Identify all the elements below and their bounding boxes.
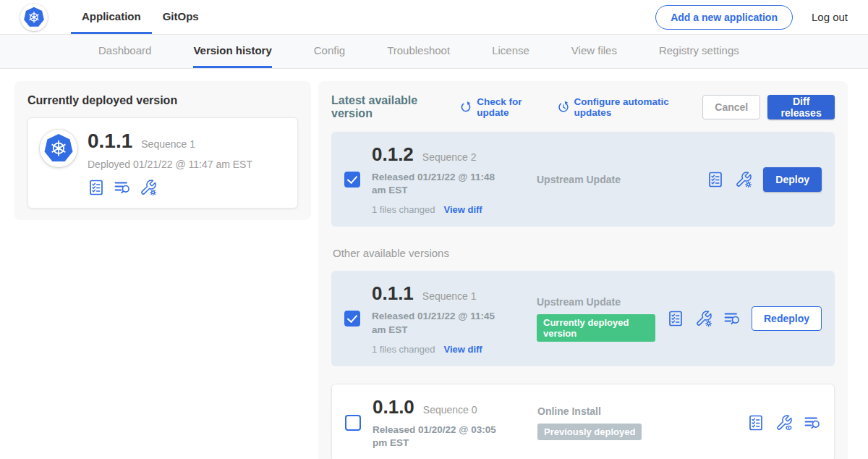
top-nav: Application GitOps Add a new application… [0,0,868,35]
version-number: 0.1.1 [372,282,414,305]
deployed-timestamp: Deployed 01/21/22 @ 11:47 am EST [88,159,252,170]
edit-config-icon[interactable] [140,179,157,196]
check-for-update-label: Check for update [477,96,545,118]
version-row-0-1-1: 0.1.1 Sequence 1 Released 01/21/22 @ 11:… [331,271,835,366]
release-notes-icon[interactable] [707,171,724,188]
sequence-label: Sequence 0 [423,404,477,416]
released-timestamp: Released 01/21/22 @ 11:48 am EST [372,171,511,197]
other-available-versions-title: Other available versions [333,247,835,259]
check-for-update-link[interactable]: Check for update [459,96,545,118]
kubernetes-logo [20,4,48,31]
version-checkbox[interactable] [345,415,361,431]
previously-deployed-badge: Previously deployed [537,424,642,440]
app-kubernetes-logo [40,130,77,167]
main-content: Currently deployed version 0.1.1 [0,69,868,459]
released-timestamp: Released 01/20/22 @ 03:05 pm EST [373,424,511,450]
currently-deployed-badge: Currently deployed version [537,314,655,342]
available-versions-panel: Latest available version Check for updat… [318,81,848,459]
diff-releases-button[interactable]: Diff releases [767,95,835,119]
version-checkbox[interactable] [344,172,360,188]
version-number: 0.1.0 [373,396,414,418]
view-diff-link[interactable]: View diff [443,344,482,355]
app-sub-nav: Dashboard Version history Config Trouble… [0,35,868,69]
deploy-logs-icon[interactable] [723,310,741,327]
latest-available-title: Latest available version [331,94,446,120]
subnav-version-history[interactable]: Version history [193,35,271,68]
version-source: Upstream Update [537,296,655,308]
version-checkbox[interactable] [344,311,360,327]
version-source: Online Install [537,405,736,417]
files-changed-label: 1 files changed [372,344,435,355]
deployed-version-number: 0.1.1 [88,130,132,153]
version-row-0-1-0: 0.1.0 Sequence 0 Released 01/20/22 @ 03:… [331,384,835,459]
configure-automatic-updates-label: Configure automatic updates [574,96,692,118]
subnav-config[interactable]: Config [314,35,345,68]
edit-config-icon[interactable] [695,310,712,327]
deployed-panel-title: Currently deployed version [27,94,298,107]
released-timestamp: Released 01/21/22 @ 11:45 am EST [372,310,511,336]
currently-deployed-panel: Currently deployed version 0.1.1 [14,81,311,220]
sequence-label: Sequence 2 [422,151,477,163]
deployed-sequence-label: Sequence 1 [141,138,195,150]
deploy-logs-icon[interactable] [804,414,821,431]
files-changed-label: 1 files changed [372,204,435,215]
deploy-logs-icon[interactable] [114,179,131,196]
subnav-dashboard[interactable]: Dashboard [98,35,151,68]
cancel-button[interactable]: Cancel [702,95,760,119]
view-config-icon[interactable] [775,414,793,431]
subnav-license[interactable]: License [492,35,529,68]
logout-link[interactable]: Log out [812,11,848,23]
deployed-version-card: 0.1.1 Sequence 1 Deployed 01/21/22 @ 11:… [27,117,298,209]
tab-application[interactable]: Application [71,0,152,34]
subnav-registry-settings[interactable]: Registry settings [659,35,739,68]
auto-update-icon [557,101,570,114]
version-row-0-1-2: 0.1.2 Sequence 2 Released 01/21/22 @ 11:… [331,132,835,227]
deploy-button[interactable]: Deploy [763,167,822,192]
subnav-view-files[interactable]: View files [571,35,617,68]
tab-gitops[interactable]: GitOps [152,0,210,34]
edit-config-icon[interactable] [735,171,752,188]
release-notes-icon[interactable] [88,179,105,196]
release-notes-icon[interactable] [747,414,765,431]
version-number: 0.1.2 [372,143,414,166]
configure-automatic-updates-link[interactable]: Configure automatic updates [557,96,692,118]
view-diff-link[interactable]: View diff [443,204,482,215]
release-notes-icon[interactable] [667,310,684,327]
sequence-label: Sequence 1 [422,290,477,302]
version-source: Upstream Update [537,174,695,185]
subnav-troubleshoot[interactable]: Troubleshoot [387,35,450,68]
add-application-button[interactable]: Add a new application [655,5,793,30]
refresh-icon [459,101,472,114]
redeploy-button[interactable]: Redeploy [752,306,822,331]
